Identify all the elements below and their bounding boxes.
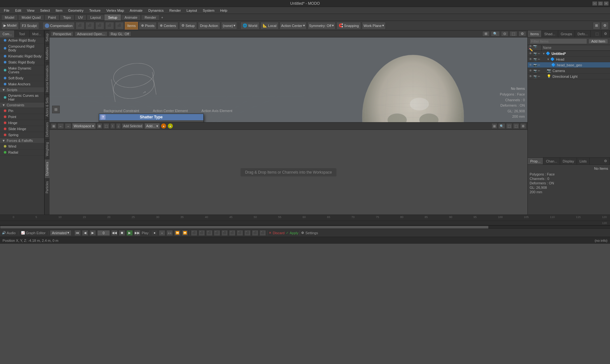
- transport-icon-3[interactable]: ⬛: [206, 230, 213, 236]
- bt-arrow-up[interactable]: ↑: [110, 123, 115, 129]
- shatter-dialog-title[interactable]: ? Shatter Type: [99, 114, 203, 120]
- sidebar-item-hinge[interactable]: Hinge: [0, 120, 44, 126]
- rp-tab-groups[interactable]: Groups: [558, 30, 575, 37]
- prev-key-btn[interactable]: ⏪: [174, 230, 180, 236]
- transport-icon-2[interactable]: ⬛: [199, 230, 205, 236]
- menu-vertex-map[interactable]: Vertex Map: [104, 8, 127, 13]
- vtab-inverse-kinematics[interactable]: Inverse Kinematics: [45, 63, 50, 95]
- sidebar-item-wind[interactable]: Wind: [0, 143, 44, 149]
- tree-row-dir-light[interactable]: 👁 📷 ✏ 💡 Directional Light: [528, 74, 610, 79]
- toolbar-right-icon-1[interactable]: ⊞: [593, 22, 600, 30]
- rpb-tab-display[interactable]: Display: [560, 158, 577, 164]
- tree-row-untitled[interactable]: 👁 📷 ✏ ▼ 🔷 Untitled*: [528, 51, 610, 56]
- perspective-btn[interactable]: Perspective: [51, 31, 73, 36]
- vp-nav-1[interactable]: ⊞: [52, 106, 60, 113]
- add-dropdown[interactable]: Add... ▾: [145, 123, 160, 129]
- tab-model[interactable]: Model: [1, 15, 18, 20]
- tree-row-head-base-geo[interactable]: 👁 📷 ✏ 🔷 head_base_geo: [528, 62, 610, 68]
- sidebar-item-soft-body[interactable]: Soft Body: [0, 75, 44, 81]
- bt-orange-btn[interactable]: ●: [161, 123, 166, 129]
- rp-tab-shad[interactable]: Shad...: [542, 30, 558, 37]
- bt-right-icon-2[interactable]: 🔍: [498, 123, 505, 129]
- scroll-thumb[interactable]: [0, 226, 488, 228]
- bt-icon-4[interactable]: ⬚: [103, 123, 109, 129]
- vp-icon-1[interactable]: ⊞: [482, 31, 490, 36]
- tab-paint[interactable]: Paint: [44, 15, 59, 20]
- sidebar-item-radial[interactable]: Radial: [0, 149, 44, 156]
- transport-icon-6[interactable]: ⬛: [229, 230, 235, 236]
- constraints-section[interactable]: ▼ Constraints: [0, 103, 44, 108]
- tab-layout[interactable]: Layout: [87, 15, 104, 20]
- sidebar-item-spring[interactable]: Spring: [0, 132, 44, 138]
- sidebar-item-pin[interactable]: Pin: [0, 108, 44, 114]
- drop-action-btn[interactable]: Drop Action: [198, 22, 220, 30]
- bt-icon-1[interactable]: ⊞: [51, 123, 57, 129]
- rpb-tab-lists[interactable]: Lists: [577, 158, 590, 164]
- centers-btn[interactable]: ⊕ Centers: [158, 22, 178, 30]
- tree-row-head[interactable]: 👁 📷 ✏ ▼ 🔷 Head: [528, 56, 610, 62]
- bt-icon-2[interactable]: ←: [58, 123, 64, 129]
- frame-input[interactable]: 0: [97, 230, 110, 236]
- viewport-3d[interactable]: → No Items Polygons : Face Channels : 0 …: [50, 37, 527, 122]
- ray-gl-btn[interactable]: Ray GL: Off: [109, 31, 132, 36]
- toolbar-icon-3[interactable]: ⬛: [95, 22, 104, 30]
- menu-help[interactable]: Help: [218, 8, 230, 13]
- window-controls[interactable]: − □ ×: [592, 1, 609, 6]
- vtab-dynamics[interactable]: Dynamics: [45, 159, 50, 178]
- close-btn[interactable]: ×: [604, 1, 609, 6]
- menu-system[interactable]: System: [200, 8, 217, 13]
- snapping-btn[interactable]: 🧲 Snapping: [336, 22, 361, 30]
- add-selected-btn[interactable]: Add Selected: [122, 123, 144, 129]
- items-btn[interactable]: Items: [125, 22, 138, 30]
- menu-layout[interactable]: Layout: [184, 8, 200, 13]
- menu-view[interactable]: View: [24, 8, 37, 13]
- add-item-btn[interactable]: Add Item: [588, 39, 608, 44]
- stop-btn[interactable]: ⏹: [119, 230, 125, 236]
- bt-right-icon-5[interactable]: ⚙: [520, 123, 526, 129]
- workspace-dropdown[interactable]: Workspace ▾: [72, 123, 96, 129]
- tab-setup[interactable]: Setup: [105, 15, 121, 20]
- tab-animate[interactable]: Animate: [121, 15, 141, 20]
- advanced-open-btn[interactable]: Advanced Open...: [75, 31, 107, 36]
- bt-arrow-down[interactable]: ↓: [116, 123, 121, 129]
- prev-frame-btn[interactable]: ◀: [82, 230, 88, 236]
- forces-section[interactable]: ▼ Forces & Falloffs: [0, 138, 44, 143]
- ls-tab-mod[interactable]: Mod...: [30, 30, 44, 37]
- tab-render[interactable]: Render: [141, 15, 159, 20]
- menu-file[interactable]: File: [1, 8, 12, 13]
- ls-tab-tool[interactable]: Tool: [15, 30, 29, 37]
- menu-render[interactable]: Render: [167, 8, 183, 13]
- vtab-setup[interactable]: Setup: [45, 30, 50, 44]
- sidebar-item-kinematic-rigid-body[interactable]: Kinematic Rigid Body: [0, 53, 44, 59]
- menu-geometry[interactable]: Geometry: [65, 8, 86, 13]
- vtab-deformers[interactable]: Deformers: [45, 119, 50, 140]
- next-frame-btn[interactable]: ▶: [90, 230, 96, 236]
- vtab-modifiers[interactable]: Modifiers: [45, 44, 50, 63]
- bt-right-icon-4[interactable]: ⬚: [513, 123, 519, 129]
- menu-dynamics[interactable]: Dynamics: [146, 8, 166, 13]
- transport-icon-4[interactable]: ⬛: [214, 230, 220, 236]
- toolbar-icon-4[interactable]: ⬛: [105, 22, 114, 30]
- model-mode-btn[interactable]: ▶ Model: [1, 22, 19, 30]
- bt-right-icon-3[interactable]: ⬚: [506, 123, 512, 129]
- menu-item[interactable]: Item: [53, 8, 65, 13]
- vp-icon-3[interactable]: ⊙: [501, 31, 508, 36]
- menu-animate[interactable]: Animate: [127, 8, 145, 13]
- ls-tab-com[interactable]: Com...: [0, 30, 15, 37]
- world-btn[interactable]: 🌐 World: [241, 22, 260, 30]
- key-btn[interactable]: ⬦: [159, 230, 165, 236]
- transport-icon-7[interactable]: ⬛: [237, 230, 243, 236]
- rpb-tab-prop[interactable]: Prop...: [528, 158, 543, 164]
- toolbar-icon-1[interactable]: ⬛: [76, 22, 85, 30]
- vtab-particles[interactable]: Particles: [45, 178, 50, 196]
- sidebar-item-active-rigid-body[interactable]: Active Rigid Body: [0, 37, 44, 43]
- play-backward-btn[interactable]: ◀◀: [111, 230, 118, 236]
- bt-yellow-btn[interactable]: ●: [167, 123, 173, 129]
- settings-label[interactable]: Settings: [305, 231, 318, 235]
- sidebar-item-compound-rigid-body[interactable]: Compound Rigid Body: [0, 43, 44, 53]
- play-fast-btn[interactable]: ▶▶: [134, 230, 140, 236]
- transport-icon-5[interactable]: ⬛: [221, 230, 228, 236]
- compensation-btn[interactable]: Compensation: [43, 22, 75, 30]
- tab-uv[interactable]: UV: [75, 15, 86, 20]
- vtab-actors[interactable]: Actors & Sets: [45, 95, 50, 119]
